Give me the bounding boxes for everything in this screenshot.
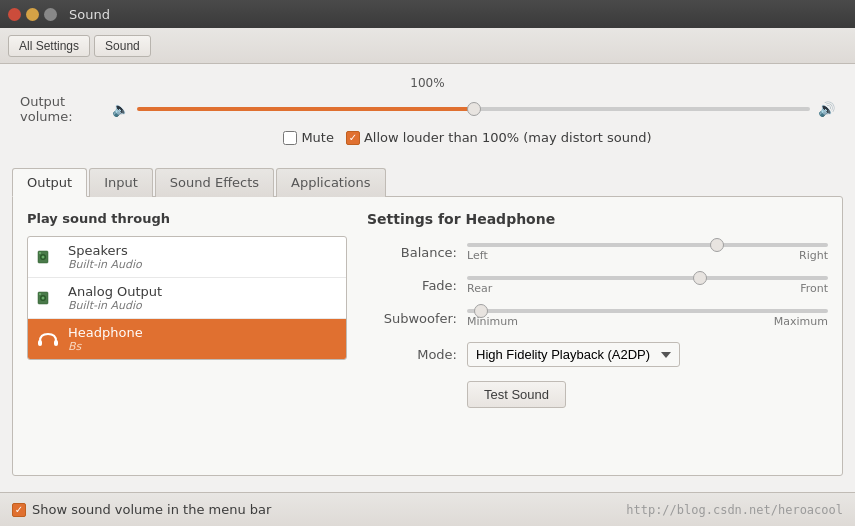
mute-checkbox-label[interactable]: Mute [283, 130, 334, 145]
subwoofer-label: Subwoofer: [367, 311, 457, 326]
left-panel: Play sound through Speakers Built-in Aud… [27, 211, 347, 461]
volume-low-icon: 🔈 [112, 101, 129, 117]
title-bar: Sound [0, 0, 855, 28]
output-volume-label: Output volume: [20, 94, 104, 124]
subwoofer-slider[interactable] [467, 309, 828, 313]
fade-rear-label: Rear [467, 282, 492, 295]
subwoofer-min-label: Minimum [467, 315, 518, 328]
mode-row: Mode: High Fidelity Playback (A2DP) Head… [367, 342, 828, 367]
toolbar: All Settings Sound [0, 28, 855, 64]
volume-percent: 100% [410, 76, 444, 90]
headphone-sub: Bs [68, 340, 143, 353]
subwoofer-row: Subwoofer: Minimum Maximum [367, 309, 828, 328]
balance-right-label: Right [799, 249, 828, 262]
analog-name: Analog Output [68, 284, 162, 299]
volume-section: 100% Output volume: 🔈 🔊 Mute ✓ Allow lou… [0, 64, 855, 167]
balance-row: Balance: Left Right [367, 243, 828, 262]
close-button[interactable] [8, 8, 21, 21]
balance-left-label: Left [467, 249, 488, 262]
volume-high-icon: 🔊 [818, 101, 835, 117]
mute-checkbox[interactable] [283, 131, 297, 145]
main-panel: Play sound through Speakers Built-in Aud… [12, 196, 843, 476]
mode-label: Mode: [367, 347, 457, 362]
subwoofer-labels: Minimum Maximum [467, 315, 828, 328]
sound-button[interactable]: Sound [94, 35, 151, 57]
headphone-name: Headphone [68, 325, 143, 340]
fade-slider-container: Rear Front [467, 276, 828, 295]
speakers-icon [36, 245, 60, 269]
subwoofer-slider-container: Minimum Maximum [467, 309, 828, 328]
allow-louder-label[interactable]: ✓ Allow louder than 100% (may distort so… [346, 130, 652, 145]
allow-louder-checkbox[interactable]: ✓ [346, 131, 360, 145]
balance-slider-container: Left Right [467, 243, 828, 262]
all-settings-button[interactable]: All Settings [8, 35, 90, 57]
svg-rect-8 [38, 340, 42, 346]
maximize-button[interactable] [44, 8, 57, 21]
balance-labels: Left Right [467, 249, 828, 262]
svg-rect-7 [39, 293, 41, 295]
window-controls[interactable] [8, 8, 57, 21]
tab-output[interactable]: Output [12, 168, 87, 197]
show-volume-checkbox[interactable]: ✓ [12, 503, 26, 517]
mute-label: Mute [301, 130, 334, 145]
device-item-analog[interactable]: Analog Output Built-in Audio [28, 278, 346, 319]
right-panel: Settings for Headphone Balance: Left Rig… [367, 211, 828, 461]
svg-point-6 [42, 297, 45, 300]
speakers-info: Speakers Built-in Audio [68, 243, 142, 271]
right-panel-title: Settings for Headphone [367, 211, 828, 227]
minimize-button[interactable] [26, 8, 39, 21]
headphone-info: Headphone Bs [68, 325, 143, 353]
bottom-bar: ✓ Show sound volume in the menu bar http… [0, 492, 855, 526]
svg-rect-3 [39, 252, 41, 254]
tab-input[interactable]: Input [89, 168, 153, 197]
output-volume-slider[interactable] [137, 107, 810, 111]
tab-applications[interactable]: Applications [276, 168, 385, 197]
test-sound-button[interactable]: Test Sound [467, 381, 566, 408]
allow-louder-text: Allow louder than 100% (may distort soun… [364, 130, 652, 145]
test-sound-container: Test Sound [467, 381, 828, 408]
device-item-speakers[interactable]: Speakers Built-in Audio [28, 237, 346, 278]
watermark: http://blog.csdn.net/heroacool [626, 503, 843, 517]
fade-front-label: Front [800, 282, 828, 295]
tabs-container: Output Input Sound Effects Applications [0, 167, 855, 196]
fade-labels: Rear Front [467, 282, 828, 295]
show-volume-text: Show sound volume in the menu bar [32, 502, 271, 517]
analog-info: Analog Output Built-in Audio [68, 284, 162, 312]
fade-slider[interactable] [467, 276, 828, 280]
tabs: Output Input Sound Effects Applications [12, 167, 843, 196]
fade-row: Fade: Rear Front [367, 276, 828, 295]
device-list: Speakers Built-in Audio Analog Output Bu… [27, 236, 347, 360]
analog-icon [36, 286, 60, 310]
svg-rect-9 [54, 340, 58, 346]
speakers-name: Speakers [68, 243, 142, 258]
balance-slider[interactable] [467, 243, 828, 247]
mode-select[interactable]: High Fidelity Playback (A2DP) Headset He… [467, 342, 680, 367]
subwoofer-max-label: Maximum [774, 315, 828, 328]
svg-point-2 [42, 256, 45, 259]
speakers-sub: Built-in Audio [68, 258, 142, 271]
fade-label: Fade: [367, 278, 457, 293]
show-volume-label[interactable]: ✓ Show sound volume in the menu bar [12, 502, 271, 517]
analog-sub: Built-in Audio [68, 299, 162, 312]
tab-sound-effects[interactable]: Sound Effects [155, 168, 274, 197]
window-title: Sound [69, 7, 110, 22]
left-panel-title: Play sound through [27, 211, 347, 226]
device-item-headphone[interactable]: Headphone Bs [28, 319, 346, 359]
balance-label: Balance: [367, 245, 457, 260]
headphone-icon [36, 327, 60, 351]
